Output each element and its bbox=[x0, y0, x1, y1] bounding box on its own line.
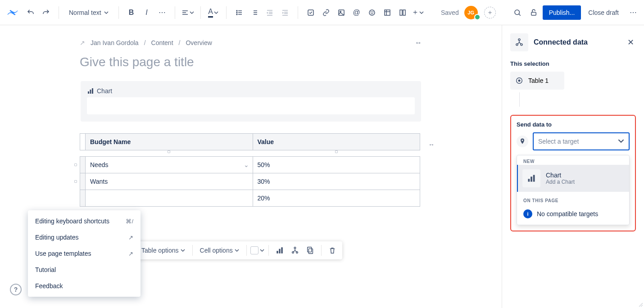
confluence-logo-icon[interactable] bbox=[4, 4, 22, 22]
text-style-dropdown[interactable]: Normal text bbox=[64, 5, 113, 20]
numbered-list-button[interactable] bbox=[247, 5, 262, 20]
help-item-templates[interactable]: Use page templates↗ bbox=[28, 245, 141, 262]
panel-title: Connected data bbox=[534, 38, 588, 46]
publish-button[interactable]: Publish... bbox=[543, 5, 581, 20]
help-item-feedback[interactable]: Feedback bbox=[28, 278, 141, 294]
text-style-label: Normal text bbox=[69, 9, 101, 16]
bold-button[interactable]: B bbox=[124, 5, 139, 20]
table-button[interactable] bbox=[380, 5, 395, 20]
italic-button[interactable]: I bbox=[140, 5, 154, 20]
restrictions-button[interactable] bbox=[526, 5, 541, 20]
data-table[interactable]: Budget Name Value Needs⌄ 50% Wants 30% bbox=[80, 133, 420, 207]
text-color-button[interactable]: A bbox=[206, 5, 221, 20]
table-corner-handle[interactable] bbox=[80, 134, 86, 150]
help-button[interactable]: ? bbox=[10, 284, 22, 295]
image-button[interactable] bbox=[334, 5, 349, 20]
undo-button[interactable] bbox=[23, 5, 38, 20]
layouts-button[interactable] bbox=[395, 5, 410, 20]
tree-connector bbox=[519, 92, 520, 107]
table-cell[interactable]: Needs⌄ bbox=[86, 157, 253, 173]
user-avatar[interactable]: JG bbox=[464, 6, 478, 19]
find-replace-button[interactable] bbox=[510, 5, 525, 20]
invite-button[interactable]: ＋ bbox=[484, 7, 496, 18]
chart-icon bbox=[522, 169, 540, 187]
cell-background-button[interactable] bbox=[250, 243, 265, 258]
chevron-down-icon bbox=[235, 248, 239, 253]
table-cell[interactable]: Wants bbox=[86, 173, 253, 190]
delete-table-button[interactable] bbox=[325, 243, 340, 258]
table-cell[interactable]: 50% bbox=[253, 157, 420, 173]
row-handle[interactable] bbox=[80, 190, 86, 207]
svg-rect-36 bbox=[92, 88, 93, 94]
close-draft-button[interactable]: Close draft bbox=[583, 5, 624, 20]
external-link-icon: ↗ bbox=[128, 234, 133, 241]
row-handle[interactable] bbox=[80, 157, 86, 173]
bullet-list-button[interactable] bbox=[232, 5, 246, 20]
insert-chart-button[interactable] bbox=[272, 243, 287, 258]
svg-rect-39 bbox=[281, 247, 282, 254]
svg-point-23 bbox=[369, 10, 375, 15]
help-item-tutorial[interactable]: Tutorial bbox=[28, 262, 141, 278]
outdent-button[interactable] bbox=[263, 5, 277, 20]
breadcrumb-overview[interactable]: Overview bbox=[186, 39, 212, 46]
breadcrumbs: ↗ Jan Ivan Gordola / Content / Overview bbox=[80, 39, 212, 46]
svg-rect-34 bbox=[88, 91, 89, 94]
svg-rect-51 bbox=[531, 177, 532, 181]
no-compatible-row: i No compatible targets bbox=[517, 206, 629, 225]
redo-button[interactable] bbox=[39, 5, 53, 20]
table-floating-toolbar: Table options Cell options bbox=[135, 241, 342, 259]
svg-line-32 bbox=[519, 14, 521, 16]
dropdown-option-chart[interactable]: Chart Add a Chart bbox=[517, 165, 629, 192]
svg-rect-29 bbox=[400, 10, 402, 15]
target-select[interactable]: Select a target bbox=[533, 132, 630, 150]
column-handle[interactable] bbox=[335, 150, 338, 153]
top-toolbar: Normal text B I ⋯ A @ ＋ Saved JG ＋ Publi… bbox=[0, 0, 644, 25]
cell-options-dropdown[interactable]: Cell options bbox=[196, 244, 243, 257]
svg-point-22 bbox=[340, 11, 341, 12]
expand-width-button[interactable]: ↔ bbox=[415, 39, 422, 47]
table-cell[interactable]: 20% bbox=[253, 190, 420, 207]
table-row: Needs⌄ 50% bbox=[80, 157, 420, 173]
table-cell[interactable] bbox=[86, 190, 253, 207]
table-header-cell[interactable]: Value bbox=[253, 134, 420, 150]
chart-placeholder[interactable] bbox=[87, 97, 415, 114]
action-item-button[interactable] bbox=[304, 5, 318, 20]
table-cell[interactable]: 30% bbox=[253, 173, 420, 190]
indent-button[interactable] bbox=[278, 5, 292, 20]
table-width-button[interactable]: ↔ bbox=[426, 139, 437, 150]
help-menu: Editing keyboard shortcuts⌘/ Editing upd… bbox=[28, 210, 141, 297]
svg-point-24 bbox=[371, 11, 371, 12]
svg-point-31 bbox=[515, 10, 520, 15]
chart-extension-block[interactable]: Chart bbox=[81, 81, 421, 122]
help-item-updates[interactable]: Editing updates↗ bbox=[28, 229, 141, 245]
svg-rect-37 bbox=[277, 251, 278, 254]
link-button[interactable] bbox=[319, 5, 333, 20]
window-resize-handle[interactable] bbox=[638, 302, 643, 307]
align-dropdown[interactable] bbox=[181, 5, 195, 20]
breadcrumb-content[interactable]: Content bbox=[151, 39, 173, 46]
table-header-cell[interactable]: Budget Name bbox=[86, 134, 253, 150]
help-item-shortcuts[interactable]: Editing keyboard shortcuts⌘/ bbox=[28, 213, 141, 229]
page-title-input[interactable]: Give this page a title bbox=[80, 55, 422, 69]
more-actions-button[interactable]: ⋯ bbox=[626, 5, 640, 20]
svg-point-40 bbox=[294, 247, 296, 249]
more-formatting-button[interactable]: ⋯ bbox=[155, 5, 169, 20]
row-handle[interactable] bbox=[80, 173, 86, 190]
svg-point-45 bbox=[518, 39, 520, 41]
selection-chip[interactable]: Table 1 bbox=[510, 72, 564, 90]
close-panel-button[interactable]: ✕ bbox=[626, 36, 636, 49]
svg-rect-50 bbox=[528, 179, 530, 181]
svg-rect-26 bbox=[385, 10, 390, 15]
mention-button[interactable]: @ bbox=[349, 5, 364, 20]
table-options-dropdown[interactable]: Table options bbox=[138, 244, 189, 257]
connected-data-button[interactable] bbox=[288, 243, 302, 258]
chevron-down-icon[interactable]: ⌄ bbox=[244, 161, 249, 168]
column-handle[interactable] bbox=[168, 150, 170, 153]
emoji-button[interactable] bbox=[365, 5, 379, 20]
breadcrumb-author[interactable]: Jan Ivan Gordola bbox=[91, 39, 139, 46]
move-page-handle[interactable]: ↗ bbox=[80, 39, 85, 46]
copy-table-button[interactable] bbox=[303, 243, 317, 258]
insert-dropdown[interactable]: ＋ bbox=[411, 5, 425, 20]
target-placeholder: Select a target bbox=[538, 138, 579, 145]
send-data-label: Send data to bbox=[517, 121, 630, 128]
